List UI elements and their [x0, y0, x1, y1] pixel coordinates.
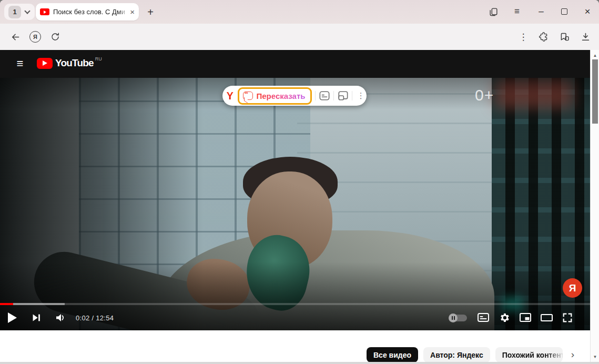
- retell-label: Пересказать: [257, 92, 306, 100]
- chips-scroll-next-icon[interactable]: ›: [571, 349, 574, 360]
- close-window-button[interactable]: ×: [578, 3, 596, 20]
- theater-mode-icon[interactable]: [540, 311, 553, 325]
- time-display: 0:02 / 12:54: [76, 314, 114, 322]
- video-player[interactable]: 0+ Y “ Пересказать ⋮: [0, 78, 590, 330]
- fullscreen-icon[interactable]: [561, 311, 574, 325]
- new-tab-button[interactable]: +: [143, 4, 158, 20]
- retell-button-highlighted[interactable]: “ Пересказать: [238, 87, 312, 105]
- autoplay-toggle[interactable]: [449, 315, 467, 321]
- extensions-puzzle-icon[interactable]: [535, 29, 551, 45]
- browser-menu-icon[interactable]: ≡: [508, 3, 526, 20]
- age-rating-label: 0+: [475, 86, 494, 104]
- tab-title: Поиск без слов. С Дми: [53, 8, 128, 16]
- autoplay-knob: [449, 314, 458, 322]
- youtube-header: ≡ YouTube RU: [0, 50, 599, 78]
- page-scrollbar[interactable]: ▲ ▼: [590, 50, 599, 362]
- quote-bubble-icon: “: [243, 92, 253, 100]
- chevron-down-icon: [24, 8, 30, 14]
- settings-gear-icon[interactable]: [498, 311, 511, 325]
- scroll-up-icon[interactable]: ▲: [591, 51, 599, 59]
- yandex-services-button[interactable]: Я: [27, 29, 43, 45]
- tab-bar: 1 Поиск без слов. С Дми × + ≡ – ×: [0, 0, 599, 24]
- volume-icon[interactable]: [48, 307, 73, 328]
- filter-chips: Все видео Автор: Яндекс Похожий контент …: [367, 347, 574, 362]
- address-bar: Я www.youtube.com Поиск без слов. С Дмит…: [0, 24, 599, 50]
- youtube-menu-icon[interactable]: ≡: [14, 57, 26, 70]
- window-bottom-edge: [0, 362, 599, 364]
- chip-similar[interactable]: Похожий контент: [495, 347, 563, 362]
- tab-count-badge: 1: [8, 6, 21, 18]
- scrollbar-thumb[interactable]: [592, 59, 598, 124]
- back-icon[interactable]: [7, 29, 23, 45]
- youtube-logo[interactable]: YouTube RU: [37, 57, 102, 69]
- tab-close-icon[interactable]: ×: [130, 7, 135, 16]
- youtube-play-icon: [37, 58, 53, 69]
- captions-icon[interactable]: [476, 311, 490, 325]
- youtube-logo-text: YouTube: [55, 57, 94, 69]
- miniplayer-icon[interactable]: [519, 311, 532, 325]
- address-kebab-icon[interactable]: ⋮: [515, 29, 531, 45]
- yandex-video-toolbar: Y “ Пересказать ⋮: [222, 86, 367, 106]
- toolbar-kebab-icon[interactable]: ⋮: [356, 91, 367, 100]
- collections-icon[interactable]: [556, 29, 572, 45]
- yandex-letter: Я: [29, 31, 41, 43]
- below-video-area: Все видео Автор: Яндекс Похожий контент …: [0, 330, 599, 362]
- maximize-button[interactable]: [555, 3, 573, 20]
- youtube-region-badge: RU: [95, 56, 102, 62]
- side-panel-icon[interactable]: [484, 3, 502, 20]
- youtube-favicon: [40, 8, 49, 15]
- chip-author[interactable]: Автор: Яндекс: [423, 347, 490, 362]
- subtitles-icon[interactable]: [319, 90, 330, 101]
- next-button[interactable]: [24, 307, 48, 328]
- browser-window: 1 Поиск без слов. С Дми × + ≡ – × Я: [0, 0, 599, 364]
- play-button[interactable]: [0, 307, 24, 328]
- minimize-button[interactable]: –: [532, 3, 550, 20]
- player-controls-right: [449, 305, 574, 330]
- yandex-assistant-badge[interactable]: Я: [563, 278, 582, 298]
- separate-window-icon[interactable]: [337, 90, 349, 101]
- reload-icon[interactable]: [47, 29, 63, 45]
- tab-group-button[interactable]: 1: [4, 4, 35, 20]
- active-tab[interactable]: Поиск без слов. С Дми ×: [36, 3, 139, 21]
- yandex-y-logo[interactable]: Y: [222, 90, 238, 102]
- downloads-icon[interactable]: [577, 29, 593, 45]
- scroll-down-icon[interactable]: ▼: [591, 352, 599, 361]
- chip-all-videos[interactable]: Все видео: [367, 347, 418, 362]
